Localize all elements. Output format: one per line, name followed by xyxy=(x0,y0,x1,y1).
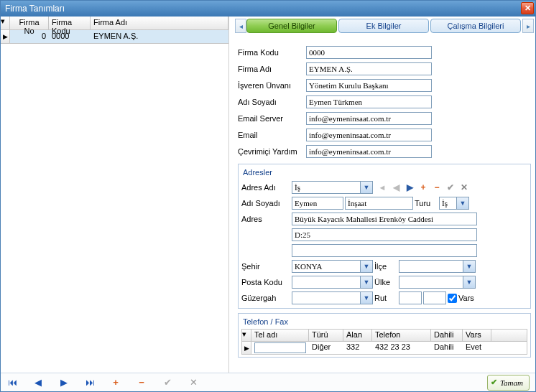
label-posta-kodu: Posta Kodu xyxy=(241,278,290,286)
addr-nav-next-icon[interactable]: ▶ xyxy=(405,182,415,192)
adres-line3-input[interactable] xyxy=(292,244,477,257)
tab-calisma-bilgileri[interactable]: Çalışma Bilgileri xyxy=(430,19,521,33)
adres-line2-input[interactable] xyxy=(292,228,477,241)
adresler-fieldset: Adresler Adres Adı ▼ ◂ ◀ ▶ + − ✔ ✕ xyxy=(238,164,531,309)
firma-adi-input[interactable] xyxy=(306,62,432,75)
col-firma-adi[interactable]: Firma Adı xyxy=(91,17,228,29)
posta-combo[interactable]: ▼ xyxy=(292,276,373,289)
nav-add-icon[interactable]: + xyxy=(110,377,121,388)
posta-input[interactable] xyxy=(292,276,361,289)
rut1-input[interactable] xyxy=(399,291,422,304)
ulke-combo[interactable]: ▼ xyxy=(399,276,476,289)
ulke-input[interactable] xyxy=(399,276,463,289)
col-turu[interactable]: Türü xyxy=(309,330,343,341)
nav-last-icon[interactable]: ⏭ xyxy=(84,377,96,388)
col-firma-kodu[interactable]: Firma Kodu xyxy=(49,17,91,29)
tamam-button[interactable]: ✔ Tamam xyxy=(487,375,530,391)
sehir-combo[interactable]: ▼ xyxy=(292,260,373,273)
tab-scroll-left[interactable]: ◂ xyxy=(235,19,246,33)
guzergah-combo[interactable]: ▼ xyxy=(292,291,373,304)
label-cevrimici-yardim: Çevrimiçi Yardım xyxy=(238,147,306,156)
label-vars: Vars xyxy=(458,294,474,302)
nav-remove-icon[interactable]: − xyxy=(136,377,147,388)
addr-confirm-icon[interactable]: ✔ xyxy=(445,182,456,192)
turu-input[interactable] xyxy=(439,197,457,210)
col-telefon[interactable]: Telefon xyxy=(372,330,431,341)
label-isveren-unvani: İşveren Ünvanı xyxy=(238,81,306,90)
chevron-down-icon[interactable]: ▼ xyxy=(361,181,373,194)
window-title: Firma Tanımları xyxy=(5,4,65,14)
telefon-fieldset: Telefon / Fax ▾ Tel adı Türü Alan Telefo… xyxy=(238,313,531,358)
grid-header: ▾ Firma No Firma Kodu Firma Adı xyxy=(1,17,228,30)
chevron-down-icon[interactable]: ▼ xyxy=(361,276,373,289)
firm-grid-panel: ▾ Firma No Firma Kodu Firma Adı ▶ 0 0000… xyxy=(1,17,229,373)
nav-confirm-icon[interactable]: ✔ xyxy=(162,377,173,388)
chevron-down-icon[interactable]: ▼ xyxy=(457,197,469,210)
email-server-input[interactable] xyxy=(306,112,432,125)
cell-firma-kodu: 0000 xyxy=(49,30,91,43)
col-dahili[interactable]: Dahili xyxy=(431,330,463,341)
nav-prev-icon[interactable]: ◀ xyxy=(32,377,44,388)
ilce-input[interactable] xyxy=(399,260,463,273)
chevron-down-icon[interactable]: ▼ xyxy=(361,291,373,304)
email-input[interactable] xyxy=(306,129,432,141)
nav-next-icon[interactable]: ▶ xyxy=(58,377,70,388)
phone-table-row[interactable]: ▶ Diğer 332 432 23 23 Dahili Evet xyxy=(241,342,527,355)
adresler-legend: Adresler xyxy=(241,167,527,179)
tab-genel-bilgiler[interactable]: Genel Bilgiler xyxy=(246,19,337,33)
col-alan[interactable]: Alan xyxy=(343,330,372,341)
chevron-down-icon[interactable]: ▼ xyxy=(463,260,476,273)
turu-combo[interactable]: ▼ xyxy=(439,197,469,210)
label-turu: Turu xyxy=(415,199,438,207)
label-sehir: Şehir xyxy=(241,262,290,271)
close-button[interactable]: ✕ xyxy=(521,2,534,14)
label-ulke: Ülke xyxy=(374,278,397,286)
firma-kodu-input[interactable] xyxy=(306,46,432,59)
cell-firma-adi: EYMEN A.Ş. xyxy=(91,30,228,43)
tel-adi-input[interactable] xyxy=(254,342,306,353)
chevron-down-icon[interactable]: ▼ xyxy=(361,260,373,273)
adi-soyadi-input[interactable] xyxy=(306,95,432,108)
col-tel-adi[interactable]: Tel adı xyxy=(251,330,309,341)
cell-alan: 332 xyxy=(343,342,372,354)
row-indicator-icon: ▶ xyxy=(242,342,251,354)
cell-dahili: Dahili xyxy=(431,342,463,354)
phone-grid-header: ▾ Tel adı Türü Alan Telefon Dahili Vars xyxy=(241,329,527,342)
table-row[interactable]: ▶ 0 0000 EYMEN A.Ş. xyxy=(1,30,228,44)
adres-line1-input[interactable] xyxy=(292,213,477,225)
isveren-unvani-input[interactable] xyxy=(306,79,432,92)
tamam-label: Tamam xyxy=(500,378,523,387)
tab-scroll-right[interactable]: ▸ xyxy=(522,19,534,33)
rut2-input[interactable] xyxy=(423,291,446,304)
row-indicator-icon: ▶ xyxy=(1,30,10,43)
grid-selector-col[interactable]: ▾ xyxy=(1,17,10,29)
vars-checkbox[interactable] xyxy=(448,294,457,303)
addr-add-icon[interactable]: + xyxy=(418,182,428,192)
titlebar: Firma Tanımları ✕ xyxy=(1,1,535,17)
phone-selector-col[interactable]: ▾ xyxy=(242,330,251,341)
guzergah-input[interactable] xyxy=(292,291,361,304)
adres-adi-input[interactable] xyxy=(292,181,361,194)
addr-ad-input[interactable] xyxy=(292,197,343,210)
nav-first-icon[interactable]: ⏮ xyxy=(6,377,18,388)
check-icon: ✔ xyxy=(491,378,497,387)
cell-vars: Evet xyxy=(463,342,491,354)
label-addr-adi-soyadi: Adı Soyadı xyxy=(241,199,290,207)
label-firma-kodu: Firma Kodu xyxy=(238,48,306,57)
cevrimici-yardim-input[interactable] xyxy=(306,145,432,158)
addr-nav-first-icon[interactable]: ◂ xyxy=(377,182,387,192)
ilce-combo[interactable]: ▼ xyxy=(399,260,476,273)
nav-cancel-icon[interactable]: ✕ xyxy=(188,377,199,388)
chevron-down-icon[interactable]: ▼ xyxy=(463,276,476,289)
col-firma-no[interactable]: Firma No xyxy=(10,17,49,29)
addr-nav-prev-icon[interactable]: ◀ xyxy=(391,182,401,192)
addr-cancel-icon[interactable]: ✕ xyxy=(459,182,469,192)
cell-telefon: 432 23 23 xyxy=(372,342,431,354)
sehir-input[interactable] xyxy=(292,260,361,273)
adres-adi-combo[interactable]: ▼ xyxy=(292,181,373,194)
tab-ek-bilgiler[interactable]: Ek Bilgiler xyxy=(338,19,429,33)
addr-soyad-input[interactable] xyxy=(345,197,413,210)
addr-remove-icon[interactable]: − xyxy=(432,182,442,192)
label-adi-soyadi: Adı Soyadı xyxy=(238,98,306,106)
col-vars[interactable]: Vars xyxy=(463,330,491,341)
